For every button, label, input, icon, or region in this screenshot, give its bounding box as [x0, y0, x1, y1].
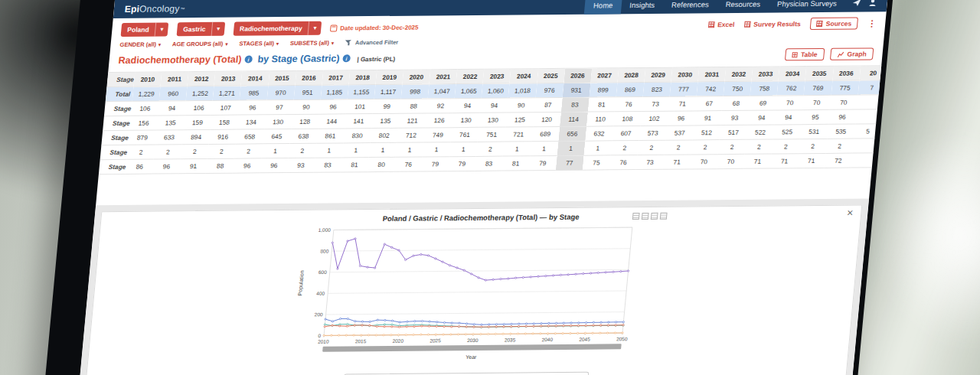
table-cell: 2	[745, 139, 773, 154]
logo-trademark: ™	[180, 7, 185, 11]
data-point	[456, 267, 458, 269]
filter-gender-all[interactable]: GENDER (all)▾	[119, 41, 161, 47]
excel-icon	[708, 21, 715, 28]
data-point	[332, 321, 333, 322]
send-icon[interactable]	[852, 0, 861, 7]
data-point	[502, 333, 504, 334]
filter-subsets-all[interactable]: SUBSETS (all)▾	[290, 40, 335, 47]
nav-item-resources[interactable]: Resources	[717, 0, 770, 13]
page-title: Radiochemotherapy (Total) i by Stage (Ga…	[118, 53, 396, 66]
close-icon[interactable]: ×	[847, 207, 854, 218]
dropdown-label: Poland	[121, 23, 156, 37]
table-cell: 144	[318, 114, 346, 129]
table-button-label: Table	[801, 51, 818, 58]
table-cell: 1,271	[213, 86, 241, 100]
date-updated: Date updated: 30-Dec-2025	[330, 24, 419, 31]
dropdown-gastric[interactable]: Gastric▾	[176, 22, 224, 37]
table-cell: 108	[613, 112, 642, 126]
chart-legend: Stage IStage IIStage IIIStage IVA (M0)?S…	[343, 372, 589, 375]
data-point	[443, 321, 445, 323]
data-point	[473, 326, 475, 328]
nav-item-home[interactable]: Home	[584, 0, 622, 15]
table-cell: 114	[560, 112, 588, 126]
data-point	[347, 240, 348, 242]
data-point	[436, 321, 438, 323]
graph-view-button[interactable]: Graph	[830, 47, 874, 60]
table-cell: 94	[480, 98, 508, 112]
table-cell: 91	[179, 158, 207, 173]
data-point	[369, 324, 371, 326]
filter-stages-all[interactable]: STAGES (all)▾	[239, 40, 279, 47]
x-tick-label: 2035	[505, 337, 516, 342]
nav-item-insights[interactable]: Insights	[620, 0, 664, 14]
data-point	[541, 325, 542, 327]
data-point	[413, 255, 414, 256]
chart-toolbar-icon-2[interactable]	[642, 213, 649, 220]
data-point	[627, 270, 629, 272]
table-cell: 90	[507, 98, 535, 112]
table-header-year: 2033	[752, 67, 780, 81]
y-tick-label: 200	[314, 311, 323, 317]
table-header-year: 2019	[375, 70, 403, 84]
data-point	[398, 249, 400, 251]
data-point	[384, 243, 385, 245]
filter-age-groups-all[interactable]: AGE GROUPS (all)▾	[172, 41, 228, 48]
table-cell: 94	[453, 98, 482, 112]
table-header-year: 2029	[644, 67, 672, 82]
y-tick-label: 600	[318, 269, 328, 275]
table-cell: 120	[533, 112, 561, 126]
chart-x-scrollbar[interactable]	[322, 344, 622, 351]
nav-item-references[interactable]: References	[662, 0, 718, 14]
data-point	[585, 324, 586, 326]
table-cell: 2	[610, 141, 639, 155]
data-point	[332, 324, 333, 326]
sources-button[interactable]: Sources	[810, 18, 858, 31]
table-cell: 83	[314, 158, 342, 172]
data-point	[353, 334, 354, 336]
data-point	[451, 322, 452, 324]
data-point	[324, 324, 325, 325]
table-view-button[interactable]: Table	[785, 48, 825, 60]
table-cell: 861	[316, 129, 345, 143]
dropdown-radiochemotherapy[interactable]: Radiochemotherapy▾	[233, 21, 322, 36]
data-point	[485, 279, 486, 281]
table-cell: 638	[289, 129, 318, 143]
data-point	[510, 333, 511, 334]
excel-button[interactable]: Excel	[708, 21, 735, 28]
app-window: EpiOncology™ HomeInsightsReferencesResou…	[76, 0, 888, 375]
line-chart: 02004006008001,0002010201520202025203020…	[287, 221, 661, 370]
calendar-icon	[330, 24, 338, 31]
chart-region: × Poland / Gastric / Radiochemotherapy (…	[76, 198, 869, 375]
data-point	[390, 334, 392, 336]
table-cell: 2	[772, 139, 800, 154]
data-point	[391, 324, 393, 325]
table-cell: 71	[668, 96, 697, 111]
advanced-filter-label: Advanced Filter	[355, 39, 399, 46]
chart-toolbar-icon-1[interactable]	[632, 213, 640, 220]
kebab-menu-icon[interactable]: ⋮	[867, 19, 877, 28]
info-icon-stage[interactable]: i	[342, 54, 351, 62]
info-icon-treatment[interactable]: i	[244, 55, 253, 63]
table-header-year: 2036	[832, 66, 861, 80]
data-point	[592, 332, 593, 334]
nav-item-physician-surveys[interactable]: Physician Surveys	[768, 0, 846, 13]
dropdown-label: Gastric	[176, 22, 212, 36]
view-toggle-buttons: Table Graph	[785, 47, 874, 60]
data-point	[449, 265, 450, 266]
table-cell: 761	[451, 127, 479, 142]
app-logo[interactable]: EpiOncology™	[124, 0, 186, 18]
table-header-year: 2012	[188, 71, 216, 86]
user-account-icon[interactable]	[868, 0, 877, 6]
table-cell: 998	[401, 84, 430, 99]
table-cell: 156	[129, 116, 158, 130]
dropdown-poland[interactable]: Poland▾	[121, 22, 169, 37]
data-point	[570, 332, 571, 334]
table-cell: 96	[152, 159, 181, 174]
data-point	[376, 325, 377, 327]
chart-toolbar-icon-3[interactable]	[651, 213, 658, 220]
chart-toolbar-icon-4[interactable]	[660, 213, 668, 220]
survey-results-button[interactable]: Survey Results	[744, 20, 801, 28]
advanced-filter-button[interactable]: Advanced Filter	[345, 39, 399, 47]
table-cell: 71	[797, 153, 825, 168]
table-cell: 90	[292, 99, 321, 114]
